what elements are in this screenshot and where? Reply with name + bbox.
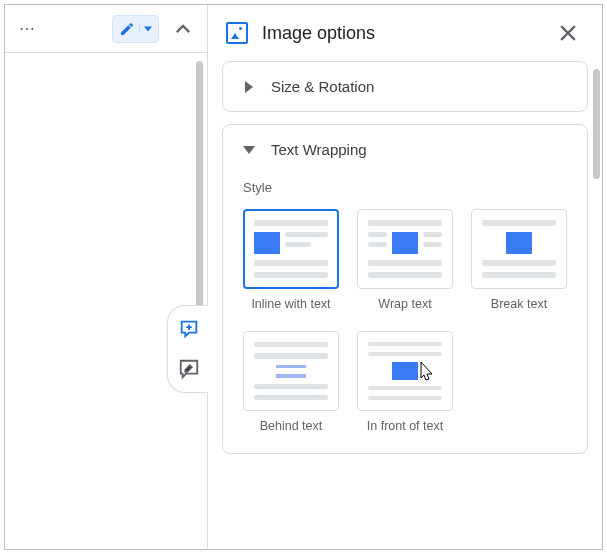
add-comment-button[interactable] <box>176 316 202 342</box>
section-size-rotation[interactable]: Size & Rotation <box>222 61 588 112</box>
toolbar: ⋯ <box>5 5 207 53</box>
style-label: Style <box>243 180 567 195</box>
section-title: Text Wrapping <box>271 141 367 158</box>
option-label: Inline with text <box>243 297 339 311</box>
section-text-wrapping-header[interactable]: Text Wrapping <box>223 125 587 174</box>
wrap-option-wrap[interactable]: Wrap text <box>357 209 453 311</box>
editing-mode-button[interactable] <box>112 15 159 43</box>
wrap-option-inline[interactable]: Inline with text <box>243 209 339 311</box>
panel-header: Image options <box>208 5 602 61</box>
close-button[interactable] <box>554 19 582 47</box>
side-tools <box>167 305 208 393</box>
image-icon <box>226 22 248 44</box>
wrap-option-break[interactable]: Break text <box>471 209 567 311</box>
image-options-panel: Image options Size & Rotation <box>208 5 602 549</box>
caret-down-icon <box>139 25 152 33</box>
wrapping-options: Inline with text <box>243 209 567 433</box>
pencil-icon <box>119 21 135 37</box>
section-text-wrapping: Text Wrapping Style <box>222 124 588 454</box>
chevron-right-icon <box>241 79 257 95</box>
suggest-edits-button[interactable] <box>176 356 202 382</box>
option-label: Break text <box>471 297 567 311</box>
wrap-option-behind[interactable]: Behind text <box>243 331 339 433</box>
panel-scrollbar[interactable] <box>593 69 600 179</box>
panel-title: Image options <box>262 23 540 44</box>
document-area: ⋯ <box>5 5 208 549</box>
collapse-panel-button[interactable] <box>169 15 197 43</box>
chevron-down-icon <box>241 142 257 158</box>
wrap-option-front[interactable]: In front of text <box>357 331 453 433</box>
option-label: Behind text <box>243 419 339 433</box>
scrollbar[interactable] <box>196 61 203 321</box>
section-title: Size & Rotation <box>271 78 374 95</box>
option-label: Wrap text <box>357 297 453 311</box>
option-label: In front of text <box>357 419 453 433</box>
more-icon[interactable]: ⋯ <box>15 17 39 41</box>
